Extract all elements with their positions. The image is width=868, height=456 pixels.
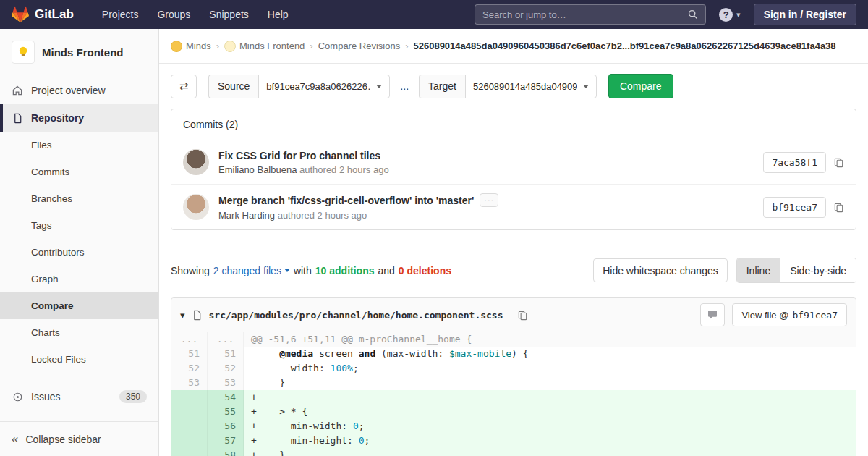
gitlab-wordmark: GitLab [35,7,74,22]
sidebar-item-contributors[interactable]: Contributors [0,239,158,266]
chevron-down-icon [376,85,382,88]
nav-link-projects[interactable]: Projects [93,0,148,29]
sidebar-item-issues[interactable]: Issues 350 [0,383,158,410]
toggle-commit-description-button[interactable]: ··· [480,193,498,207]
diff-old-line-number[interactable] [171,405,208,419]
swap-revisions-button[interactable]: ⇄ [171,75,197,98]
sidebar-item-repository[interactable]: Repository [0,104,158,132]
changed-files-dropdown[interactable]: 2 changed files [213,265,290,276]
sidebar-item-tags[interactable]: Tags [0,212,158,239]
diff-summary-row: Showing 2 changed files with 10 addition… [171,258,856,283]
inline-view-button[interactable]: Inline [737,258,780,282]
diff-line: 57+ min-height: 0; [171,434,856,448]
help-menu[interactable]: ? ▾ [719,8,741,22]
side-by-side-view-button[interactable]: Side-by-side [780,258,856,282]
project-header[interactable]: Minds Frontend [0,29,158,72]
diff-new-line-number[interactable]: 52 [208,361,244,376]
diff-new-line-number[interactable]: 55 [208,405,244,419]
navbar-left: GitLab ProjectsGroupsSnippetsHelp [12,0,298,29]
diff-table: ......@@ -51,6 +51,11 @@ m-proChannel__h… [171,332,856,456]
sidebar-item-commits[interactable]: Commits [0,159,158,185]
commit-sha-button[interactable]: bf91cea7 [763,197,826,218]
search-input[interactable] [482,9,688,20]
diff-new-line-number[interactable]: 51 [208,347,244,361]
breadcrumb-item[interactable]: Minds [171,41,211,52]
diff-old-line-number[interactable] [171,434,208,448]
diff-old-line-number[interactable] [171,419,208,434]
diff-new-line-number[interactable]: 58 [208,448,244,456]
breadcrumb-item[interactable]: Minds Frontend [224,41,305,52]
diff-new-line-number[interactable]: 54 [208,390,244,405]
project-sidebar: Minds Frontend Project overview Reposito… [0,29,159,456]
file-path-link[interactable]: src/app/modules/pro/channel/home/home.co… [209,310,503,321]
navbar-right: ? ▾ Sign in / Register [475,4,856,25]
sidebar-item-project-overview[interactable]: Project overview [0,77,158,104]
view-file-label: View file @ [741,310,788,321]
hide-whitespace-button[interactable]: Hide whitespace changes [593,258,728,282]
view-file-sha: bf91cea7 [792,310,838,321]
copy-sha-button[interactable] [833,157,844,168]
sign-in-register-button[interactable]: Sign in / Register [754,4,856,25]
code-token: @@ -51,6 +51,11 @@ m-proChannel__home { [251,334,472,345]
sidebar-item-label: Repository [31,112,84,124]
commit-author-link[interactable]: Emiliano Balbuena [218,164,297,175]
diff-view-toggle: Inline Side-by-side [736,258,856,283]
compare-button[interactable]: Compare [608,74,673,98]
sidebar-item-charts[interactable]: Charts [0,319,158,346]
target-ref-dropdown[interactable]: 526089014a485da04909… [465,75,597,98]
sidebar-item-files[interactable]: Files [0,132,158,159]
collapse-sidebar-label: Collapse sidebar [25,434,101,445]
chevron-down-icon: ▾ [736,10,741,20]
commit-author-avatar[interactable] [183,194,209,220]
breadcrumb: Minds›Minds Frontend›Compare Revisions› … [159,29,868,64]
nav-link-snippets[interactable]: Snippets [200,0,258,29]
collapse-diff-caret-icon[interactable]: ▾ [180,311,185,320]
code-token: 0 [359,435,365,446]
gitlab-home-link[interactable]: GitLab [12,6,74,23]
sidebar-item-branches[interactable]: Branches [0,185,158,212]
code-token: ; [353,363,359,373]
sidebar-item-compare[interactable]: Compare [0,292,158,319]
collapse-sidebar-button[interactable]: « Collapse sidebar [0,421,158,456]
nav-link-groups[interactable]: Groups [148,0,200,29]
changed-files-label: 2 changed files [213,265,281,276]
diff-stats: Showing 2 changed files with 10 addition… [171,265,451,276]
sidebar-item-locked-files[interactable]: Locked Files [0,346,158,373]
diff-new-line-number[interactable]: 57 [208,434,244,448]
search-icon [688,9,698,20]
commit-title-link[interactable]: Fix CSS Grid for Pro channel tiles [218,150,380,161]
view-file-button[interactable]: View file @ bf91cea7 [732,303,847,326]
diff-old-line-number[interactable]: 52 [171,361,208,376]
deletions-count: 0 deletions [399,265,451,276]
diff-new-line-number: ... [208,332,244,347]
commit-author-avatar[interactable] [183,149,209,175]
diff-old-line-number[interactable]: 51 [171,347,208,361]
nav-link-help[interactable]: Help [258,0,298,29]
diff-line-content: + > * { [244,405,856,419]
diff-line-content: + [244,390,856,405]
global-search [475,4,706,25]
commit-title-link[interactable]: Merge branch 'fix/css-grid-cell-overflow… [218,195,474,206]
source-ref-dropdown[interactable]: bf91cea7c9a8a0626226… [258,75,390,98]
copy-file-path-button[interactable] [517,310,528,321]
diff-new-line-number[interactable]: 56 [208,419,244,434]
sidebar-item-graph[interactable]: Graph [0,266,158,292]
target-input-group: Target 526089014a485da04909… [419,75,597,98]
diff-old-line-number[interactable] [171,448,208,456]
comment-on-file-button[interactable] [700,303,725,326]
code-token: > * { [257,406,307,417]
diff-old-line-number[interactable]: 53 [171,376,208,390]
top-navbar: GitLab ProjectsGroupsSnippetsHelp ? ▾ Si… [0,0,868,29]
copy-sha-button[interactable] [833,202,844,213]
code-token: ; [359,421,365,431]
commit-author-link[interactable]: Mark Harding [218,210,275,221]
copy-icon [833,202,844,213]
diff-old-line-number[interactable] [171,390,208,405]
diff-new-line-number[interactable]: 53 [208,376,244,390]
target-ref-value: 526089014a485da04909… [473,81,577,92]
commit-sha-button[interactable]: 7aca58f1 [763,152,826,173]
issues-icon [12,392,23,402]
code-token: width: [257,363,331,373]
breadcrumb-item[interactable]: Compare Revisions [318,41,400,51]
gitlab-tanuki-icon [12,6,29,23]
